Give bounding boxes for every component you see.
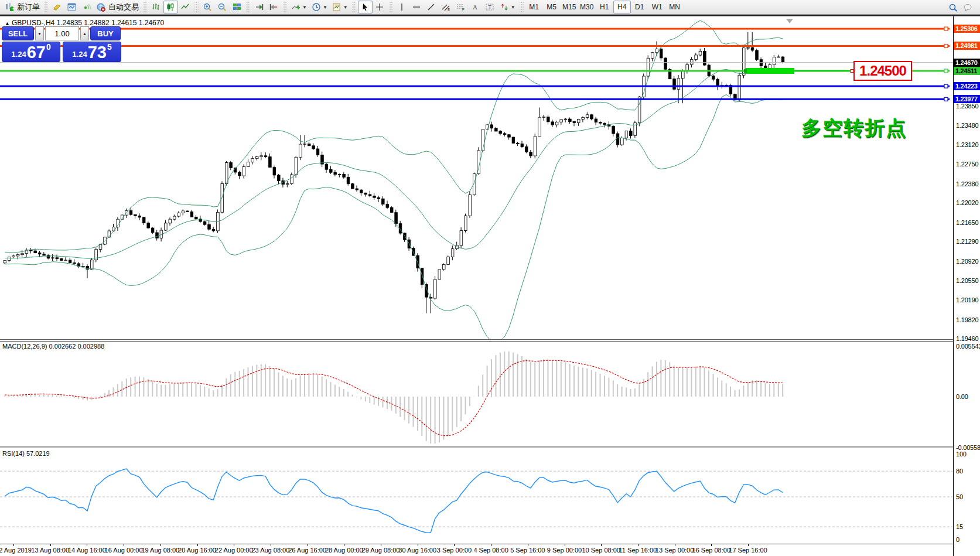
sell-quote-panel[interactable]: 1.24 67 0 — [2, 42, 60, 62]
search-button[interactable] — [946, 1, 961, 14]
cursor-button[interactable] — [358, 1, 373, 13]
metaeditor-button[interactable] — [50, 1, 64, 13]
arrows-button[interactable]: ▼ — [497, 1, 518, 13]
time-label: 26 Aug 16:00 — [288, 547, 326, 554]
candlestick-chart-button[interactable] — [163, 1, 178, 13]
line-chart-button[interactable] — [178, 1, 193, 13]
time-tick-mark — [565, 544, 565, 546]
tile-windows-button[interactable] — [230, 1, 244, 13]
price-tick: 1.20550 — [956, 277, 978, 284]
auto-scroll-button[interactable] — [252, 1, 267, 13]
trendline-button[interactable] — [424, 1, 439, 13]
chart-shift-icon — [269, 2, 279, 12]
chat-icon — [963, 3, 973, 12]
bar-chart-icon — [151, 2, 161, 12]
autotrade-button[interactable]: 自动交易 — [94, 1, 141, 13]
toolbar-grip — [283, 2, 287, 12]
timeframe-m5-button[interactable]: M5 — [543, 1, 561, 13]
volume-increase-button[interactable]: ▲ — [80, 26, 89, 40]
fibonacci-button[interactable]: F — [453, 1, 468, 13]
timeframe-h4-button[interactable]: H4 — [613, 1, 631, 13]
time-tick-mark — [50, 544, 51, 546]
time-label: 13 Aug 08:00 — [31, 547, 69, 554]
time-tick-mark — [234, 544, 234, 546]
macd-pane[interactable] — [0, 342, 953, 446]
dropdown-caret: ▼ — [511, 5, 515, 10]
turning-point-annotation: 多空转折点 — [801, 115, 907, 142]
horizontal-line-button[interactable] — [409, 1, 424, 13]
symbol-header: ▲GBPUSD-,H4 1.24835 1.24882 1.24615 1.24… — [5, 19, 164, 27]
autotrade-label: 自动交易 — [108, 2, 139, 12]
time-tick-mark — [675, 544, 675, 546]
price-tick: 1.22020 — [956, 199, 978, 206]
time-label: 20 Aug 16:00 — [178, 547, 216, 554]
zoom-out-button[interactable] — [215, 1, 230, 13]
equidistant-channel-button[interactable]: E — [439, 1, 453, 13]
time-tick-mark — [711, 544, 712, 546]
timeframe-m30-button[interactable]: M30 — [578, 1, 596, 13]
price-callout-text: 1.24500 — [859, 63, 906, 79]
bar-chart-button[interactable] — [149, 1, 163, 13]
time-axis[interactable]: 12 Aug 201913 Aug 08:0014 Aug 16:0016 Au… — [0, 544, 953, 556]
time-tick-mark — [748, 544, 749, 546]
indicators-button[interactable]: ▼ — [289, 1, 309, 13]
rsi-pane[interactable] — [0, 448, 953, 544]
new-order-button[interactable]: 新订单 — [2, 1, 42, 13]
price-axis[interactable]: 1.253301.249601.245901.242201.238501.234… — [953, 16, 980, 556]
svg-text:E: E — [448, 8, 450, 11]
toolbar-group-trade: 新订单 自动交易 — [2, 0, 141, 15]
timeframe-h1-button[interactable]: H1 — [596, 1, 613, 13]
one-click-trading-widget: SELL ▼ ▲ BUY 1.24 67 0 1.24 73 5 — [2, 26, 121, 62]
price-tick: 1.21650 — [956, 219, 978, 226]
periods-button[interactable]: ▼ — [309, 1, 330, 13]
rsi-label: RSI(14) 57.0219 — [2, 450, 50, 457]
chat-button[interactable] — [961, 1, 975, 14]
collapse-triangle-icon[interactable]: ▲ — [5, 21, 10, 26]
time-label: 14 Aug 16:00 — [68, 547, 106, 554]
auto-scroll-icon — [254, 2, 264, 12]
text-label-button[interactable]: T — [483, 1, 497, 13]
time-label: 9 Sep 00:00 — [547, 547, 582, 554]
zoom-in-button[interactable] — [200, 1, 215, 13]
rsi-tick: 100 — [956, 451, 967, 458]
dropdown-caret: ▼ — [302, 5, 307, 10]
time-tick-mark — [454, 544, 455, 546]
sell-button[interactable]: SELL — [2, 26, 34, 40]
rsi-tick: 15 — [956, 523, 963, 530]
time-tick-mark — [13, 544, 14, 546]
volume-input[interactable] — [45, 26, 79, 40]
new-order-icon — [5, 2, 15, 12]
arrows-icon — [500, 2, 510, 12]
time-tick-mark — [161, 544, 161, 546]
timeframe-m1-button[interactable]: M1 — [525, 1, 543, 13]
terminal-window-button[interactable] — [64, 1, 79, 13]
timeframe-d1-button[interactable]: D1 — [631, 1, 648, 13]
templates-button[interactable]: ▼ — [330, 1, 350, 13]
sell-price-sup: 0 — [46, 42, 51, 52]
vertical-line-button[interactable] — [395, 1, 409, 13]
timeframe-mn-button[interactable]: MN — [666, 1, 684, 13]
volume-decrease-button[interactable]: ▼ — [35, 26, 44, 40]
timeframe-m15-button[interactable]: M15 — [561, 1, 578, 13]
templates-icon — [332, 2, 342, 12]
signals-button[interactable] — [79, 1, 94, 13]
time-label: 13 Sep 00:00 — [655, 547, 694, 554]
buy-button[interactable]: BUY — [90, 26, 121, 40]
sell-price-big: 67 — [27, 45, 46, 60]
chart-shift-button[interactable] — [267, 1, 281, 13]
text-icon: A — [470, 2, 480, 12]
time-tick-mark — [87, 544, 87, 546]
timeframe-w1-button[interactable]: W1 — [648, 1, 666, 13]
price-callout-box[interactable]: 1.24500 — [853, 61, 912, 81]
zoom-in-icon — [203, 2, 213, 12]
level-price-tag: 1.25306 — [954, 25, 980, 33]
level-price-tag: 1.24223 — [954, 82, 980, 90]
new-order-label: 新订单 — [17, 2, 40, 12]
buy-quote-panel[interactable]: 1.24 73 5 — [63, 42, 121, 62]
crosshair-button[interactable] — [373, 1, 387, 13]
price-tick: 1.23480 — [956, 122, 978, 129]
text-button[interactable]: A — [468, 1, 483, 13]
price-pane[interactable] — [0, 16, 953, 339]
time-label: 28 Aug 00:00 — [325, 547, 363, 554]
time-label: 16 Sep 08:00 — [692, 547, 730, 554]
